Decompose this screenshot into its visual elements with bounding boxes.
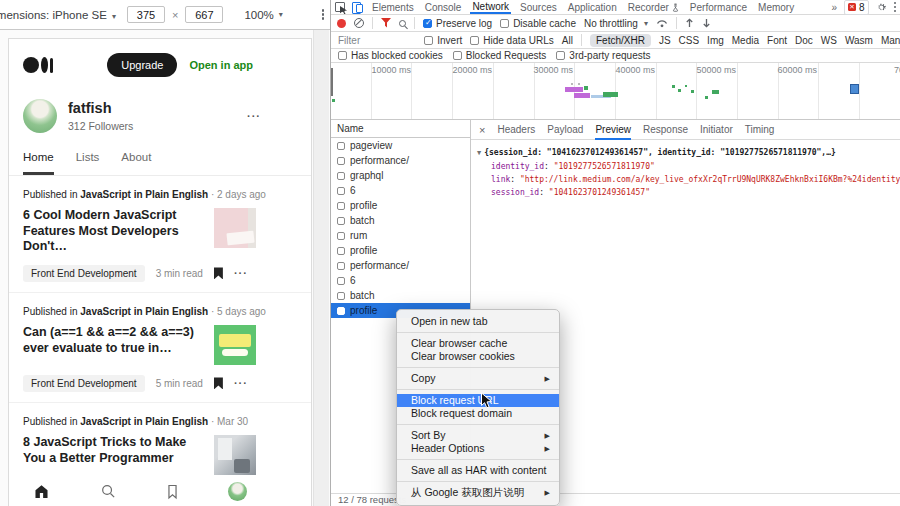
- request-row[interactable]: performance/: [331, 258, 470, 273]
- request-checkbox[interactable]: [337, 142, 345, 150]
- tab-response[interactable]: Response: [643, 120, 688, 140]
- search-icon[interactable]: [100, 483, 117, 500]
- dimensions-dropdown[interactable]: Dimensions: iPhone SE ▾: [0, 9, 116, 21]
- network-overview-timeline[interactable]: 10000 ms 20000 ms 30000 ms 40000 ms 5000…: [331, 63, 900, 120]
- menu-item-block-request-domain[interactable]: Block request domain: [397, 407, 559, 420]
- article-more-options-icon[interactable]: ···: [234, 377, 248, 389]
- menu-item-header-options[interactable]: Header Options: [397, 442, 559, 455]
- network-conditions-icon[interactable]: [656, 19, 668, 28]
- request-checkbox[interactable]: [337, 202, 345, 210]
- device-toolbar-menu-icon[interactable]: [322, 9, 325, 20]
- export-har-icon[interactable]: [702, 18, 711, 28]
- throttling-dropdown[interactable]: No throttling▾: [584, 18, 648, 29]
- article-thumbnail[interactable]: [214, 325, 256, 365]
- menu-item-save-all-as-har[interactable]: Save all as HAR with content: [397, 464, 559, 477]
- request-row[interactable]: graphql: [331, 168, 470, 183]
- article-tag[interactable]: Front End Development: [23, 375, 145, 392]
- disclosure-triangle-icon[interactable]: ▼: [477, 149, 481, 157]
- tab-network[interactable]: Network: [470, 0, 511, 14]
- request-row[interactable]: batch: [331, 213, 470, 228]
- menu-item-copy[interactable]: Copy: [397, 372, 559, 385]
- request-row[interactable]: performance/: [331, 153, 470, 168]
- request-checkbox[interactable]: [337, 262, 345, 270]
- viewport-width-input[interactable]: [127, 6, 165, 23]
- filter-type-img[interactable]: Img: [707, 35, 724, 46]
- has-blocked-cookies-checkbox[interactable]: Has blocked cookies: [338, 50, 443, 61]
- clear-icon[interactable]: [354, 18, 364, 28]
- zoom-dropdown[interactable]: 100% ▾: [244, 9, 282, 21]
- tab-initiator[interactable]: Initiator: [700, 120, 733, 140]
- request-row[interactable]: rum: [331, 228, 470, 243]
- invert-checkbox[interactable]: Invert: [424, 35, 462, 46]
- viewport-height-input[interactable]: [185, 6, 223, 23]
- more-tabs-icon[interactable]: »: [831, 2, 837, 13]
- json-root-object[interactable]: ▼{session_id: "1041623701249361457", ide…: [477, 146, 894, 160]
- open-in-app-link[interactable]: Open in app: [189, 59, 253, 71]
- request-checkbox[interactable]: [337, 247, 345, 255]
- bookmarks-nav-icon[interactable]: [164, 483, 181, 500]
- menu-item-block-request-url[interactable]: Block request URL: [397, 394, 559, 407]
- article-card[interactable]: Published in JavaScript in Plain English…: [9, 293, 311, 403]
- tab-lists[interactable]: Lists: [76, 151, 100, 175]
- filter-input[interactable]: Filter: [338, 35, 360, 46]
- request-row[interactable]: profile: [331, 198, 470, 213]
- request-checkbox[interactable]: [337, 292, 345, 300]
- request-checkbox[interactable]: [337, 232, 345, 240]
- filter-icon[interactable]: [381, 18, 391, 28]
- article-card[interactable]: Published in JavaScript in Plain English…: [9, 403, 311, 485]
- bookmark-icon[interactable]: [214, 377, 223, 389]
- filter-type-doc[interactable]: Doc: [795, 35, 813, 46]
- hide-data-urls-checkbox[interactable]: Hide data URLs: [470, 35, 554, 46]
- name-column-header[interactable]: Name: [331, 120, 470, 138]
- request-checkbox[interactable]: [337, 172, 345, 180]
- tab-memory[interactable]: Memory: [756, 0, 796, 14]
- article-more-options-icon[interactable]: ···: [234, 267, 248, 279]
- filter-type-font[interactable]: Font: [767, 35, 787, 46]
- preserve-log-checkbox[interactable]: Preserve log: [423, 18, 492, 29]
- profile-avatar[interactable]: [23, 99, 57, 133]
- close-icon[interactable]: ×: [479, 124, 485, 136]
- tab-payload[interactable]: Payload: [547, 120, 583, 140]
- request-row[interactable]: 6: [331, 183, 470, 198]
- request-checkbox[interactable]: [337, 187, 345, 195]
- disable-cache-checkbox[interactable]: Disable cache: [500, 18, 576, 29]
- tab-recorder[interactable]: Recorder: [626, 0, 681, 14]
- search-icon[interactable]: [399, 20, 406, 27]
- tab-headers[interactable]: Headers: [497, 120, 535, 140]
- article-card[interactable]: Published in JavaScript in Plain English…: [9, 176, 311, 293]
- request-checkbox[interactable]: [337, 157, 345, 165]
- menu-item-clear-browser-cache[interactable]: Clear browser cache: [397, 337, 559, 350]
- third-party-requests-checkbox[interactable]: 3rd-party requests: [556, 50, 650, 61]
- filter-type-css[interactable]: CSS: [679, 35, 700, 46]
- article-tag[interactable]: Front End Development: [23, 265, 145, 282]
- menu-item-open-in-new-tab[interactable]: Open in new tab: [397, 315, 559, 328]
- record-icon[interactable]: [337, 19, 346, 28]
- tab-sources[interactable]: Sources: [518, 0, 559, 14]
- import-har-icon[interactable]: [685, 18, 694, 28]
- bookmark-icon[interactable]: [214, 267, 223, 279]
- settings-gear-icon[interactable]: [876, 2, 887, 13]
- inspect-element-icon[interactable]: [335, 2, 345, 12]
- tab-home[interactable]: Home: [23, 151, 54, 175]
- article-thumbnail[interactable]: [214, 208, 256, 248]
- menu-item-sort-by[interactable]: Sort By: [397, 429, 559, 442]
- request-checkbox[interactable]: [337, 217, 345, 225]
- article-title[interactable]: Can (a==1 && a==2 && a==3) ever evaluate…: [23, 325, 200, 365]
- timeline-drag-handle[interactable]: [331, 68, 333, 96]
- request-row[interactable]: pageview: [331, 138, 470, 153]
- error-badge[interactable]: ✕ 8: [844, 0, 869, 15]
- menu-item-clear-browser-cookies[interactable]: Clear browser cookies: [397, 350, 559, 363]
- request-row[interactable]: 6: [331, 273, 470, 288]
- filter-type-manifest[interactable]: Manifest: [881, 35, 900, 46]
- profile-nav-avatar[interactable]: [228, 482, 247, 501]
- tab-performance[interactable]: Performance: [688, 0, 749, 14]
- request-checkbox[interactable]: [337, 277, 345, 285]
- home-icon[interactable]: [33, 483, 50, 500]
- tab-application[interactable]: Application: [566, 0, 619, 14]
- page-scrollbar[interactable]: [313, 30, 329, 506]
- request-row[interactable]: batch: [331, 288, 470, 303]
- filter-type-all[interactable]: All: [562, 35, 573, 46]
- article-title[interactable]: 8 JavaScript Tricks to Make You a Better…: [23, 435, 200, 475]
- tab-elements[interactable]: Elements: [370, 0, 416, 14]
- profile-more-options-icon[interactable]: ···: [247, 110, 261, 122]
